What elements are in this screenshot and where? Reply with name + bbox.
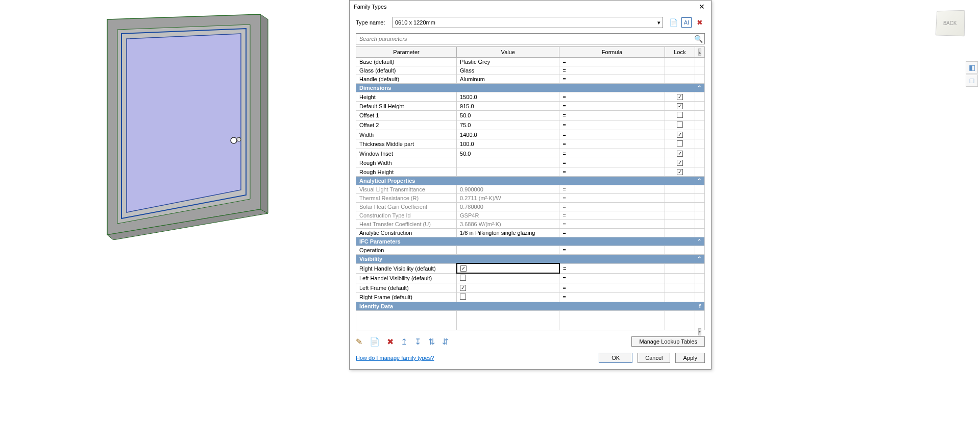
value-cell[interactable]: 915.0 [457, 102, 559, 111]
formula-cell[interactable]: = [559, 229, 665, 237]
new-param-icon[interactable]: 📄 [370, 337, 380, 347]
param-cell[interactable]: Analytic Construction [356, 229, 457, 237]
formula-cell[interactable]: = [559, 273, 665, 283]
value-cell[interactable]: Plastic Grey [457, 58, 559, 66]
formula-cell[interactable]: = [559, 149, 665, 158]
checkbox[interactable] [677, 112, 683, 118]
lock-cell[interactable] [665, 220, 695, 229]
param-cell[interactable]: Default Sill Height [356, 102, 457, 111]
col-parameter[interactable]: Parameter [356, 47, 457, 58]
ok-button[interactable]: OK [599, 353, 632, 363]
search-icon[interactable]: 🔍 [694, 35, 703, 43]
lock-cell[interactable]: ✓ [665, 130, 695, 139]
checkbox[interactable] [460, 275, 466, 281]
value-cell[interactable]: Aluminum [457, 75, 559, 84]
formula-cell[interactable]: = [559, 139, 665, 149]
param-cell[interactable]: Operation [356, 246, 457, 255]
value-cell[interactable]: 100.0 [457, 139, 559, 149]
param-cell[interactable]: Visual Light Transmittance [356, 185, 457, 194]
lock-cell[interactable]: ✓ [665, 102, 695, 111]
lock-cell[interactable] [665, 66, 695, 75]
lock-cell[interactable] [665, 263, 695, 273]
param-cell[interactable]: Offset 1 [356, 111, 457, 120]
delete-param-icon[interactable]: ✖ [387, 337, 394, 347]
scroll-up-icon[interactable]: ▴ [698, 48, 701, 56]
formula-cell[interactable]: = [559, 120, 665, 130]
value-cell[interactable]: 1500.0 [457, 92, 559, 102]
value-cell[interactable]: 3.6886 W/(m²·K) [457, 220, 559, 229]
formula-cell[interactable]: = [559, 130, 665, 139]
param-cell[interactable]: Construction Type Id [356, 211, 457, 220]
cancel-button[interactable]: Cancel [638, 353, 670, 363]
value-cell[interactable] [457, 246, 559, 255]
formula-cell[interactable]: = [559, 263, 665, 273]
value-cell[interactable]: 0.900000 [457, 185, 559, 194]
lock-cell[interactable] [665, 293, 695, 302]
value-cell[interactable] [457, 167, 559, 177]
section-header[interactable]: Dimensions⌃ [356, 84, 705, 92]
param-cell[interactable]: Width [356, 130, 457, 139]
lock-cell[interactable] [665, 111, 695, 120]
checkbox[interactable]: ✓ [677, 151, 683, 157]
formula-cell[interactable]: = [559, 167, 665, 177]
section-header[interactable]: Visibility⌃ [356, 255, 705, 264]
formula-cell[interactable]: = [559, 58, 665, 66]
lock-cell[interactable]: ✓ [665, 92, 695, 102]
param-cell[interactable]: Handle (default) [356, 75, 457, 84]
lock-cell[interactable] [665, 273, 695, 283]
value-cell[interactable]: 0.780000 [457, 203, 559, 211]
formula-cell[interactable]: = [559, 194, 665, 203]
value-cell[interactable]: 50.0 [457, 111, 559, 120]
section-header[interactable]: Analytical Properties⌃ [356, 177, 705, 185]
checkbox[interactable] [677, 140, 683, 147]
value-cell[interactable]: 50.0 [457, 149, 559, 158]
param-cell[interactable]: Base (default) [356, 58, 457, 66]
help-link[interactable]: How do I manage family types? [356, 355, 434, 361]
lock-cell[interactable]: ✓ [665, 167, 695, 177]
param-cell[interactable]: Window Inset [356, 149, 457, 158]
formula-cell[interactable]: = [559, 283, 665, 293]
formula-cell[interactable]: = [559, 211, 665, 220]
formula-cell[interactable]: = [559, 102, 665, 111]
param-cell[interactable]: Rough Height [356, 167, 457, 177]
toolbar-icon-2[interactable]: □ [966, 75, 978, 87]
lock-cell[interactable] [665, 283, 695, 293]
param-cell[interactable]: Offset 2 [356, 120, 457, 130]
model-viewport[interactable] [0, 0, 347, 438]
close-icon[interactable]: ✕ [697, 2, 707, 12]
lock-cell[interactable] [665, 120, 695, 130]
move-up-icon[interactable]: ↥ [401, 337, 407, 347]
value-cell[interactable]: 0.2711 (m²·K)/W [457, 194, 559, 203]
search-input[interactable] [356, 33, 705, 44]
checkbox[interactable]: ✓ [677, 160, 683, 166]
formula-cell[interactable]: = [559, 158, 665, 167]
col-lock[interactable]: Lock [665, 47, 695, 58]
formula-cell[interactable]: = [559, 203, 665, 211]
sort-asc-icon[interactable]: ⇅ [428, 337, 435, 347]
param-cell[interactable]: Rough Width [356, 158, 457, 167]
formula-cell[interactable]: = [559, 293, 665, 302]
param-cell[interactable]: Left Frame (default) [356, 283, 457, 293]
checkbox[interactable]: ✓ [677, 94, 683, 100]
param-cell[interactable]: Right Frame (default) [356, 293, 457, 302]
formula-cell[interactable]: = [559, 75, 665, 84]
viewcube[interactable]: BACK [936, 10, 965, 36]
apply-button[interactable]: Apply [675, 353, 705, 363]
formula-cell[interactable]: = [559, 185, 665, 194]
col-formula[interactable]: Formula [559, 47, 665, 58]
lock-cell[interactable] [665, 246, 695, 255]
lock-cell[interactable] [665, 75, 695, 84]
section-header[interactable]: IFC Parameters⌃ [356, 237, 705, 246]
param-cell[interactable]: Right Handle Visibility (default) [356, 263, 457, 273]
formula-cell[interactable]: = [559, 92, 665, 102]
value-cell[interactable]: ✓ [457, 283, 559, 293]
value-cell[interactable]: 75.0 [457, 120, 559, 130]
value-cell[interactable] [457, 158, 559, 167]
toolbar-icon-1[interactable]: ◧ [966, 61, 978, 74]
value-cell[interactable]: 1400.0 [457, 130, 559, 139]
lock-cell[interactable] [665, 139, 695, 149]
type-name-select[interactable]: 0610 x 1220mm ▾ [393, 17, 663, 28]
param-cell[interactable]: Thermal Resistance (R) [356, 194, 457, 203]
lock-cell[interactable] [665, 211, 695, 220]
checkbox[interactable]: ✓ [460, 265, 467, 272]
